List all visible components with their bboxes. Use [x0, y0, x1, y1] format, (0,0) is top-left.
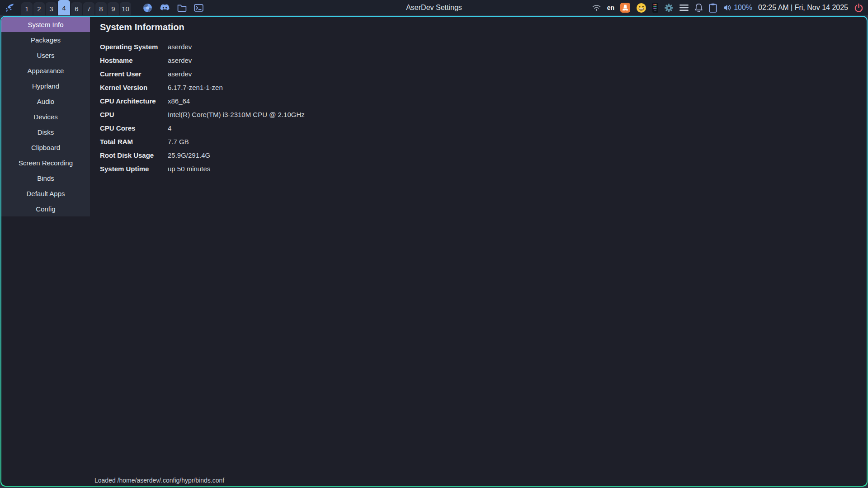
notifications-button[interactable]: [694, 3, 703, 13]
sidebar-item-disks[interactable]: Disks: [1, 124, 90, 140]
page-title: System Information: [100, 22, 305, 33]
info-value: aserdev: [168, 56, 192, 64]
info-value: 7.7 GB: [168, 138, 189, 145]
info-label: Root Disk Usage: [100, 151, 168, 159]
gear-icon: [664, 3, 674, 13]
sidebar-item-devices[interactable]: Devices: [1, 109, 90, 124]
clock[interactable]: 02:25 AM | Fri, Nov 14 2025: [758, 4, 848, 12]
sidebar-item-system-info[interactable]: System Info: [1, 17, 90, 32]
info-value: Intel(R) Core(TM) i3-2310M CPU @ 2.10GHz: [168, 111, 305, 118]
discord-launcher[interactable]: [160, 4, 170, 12]
clipboard-icon: [709, 3, 717, 13]
workspace-1[interactable]: 1: [21, 2, 33, 15]
info-value: aserdev: [168, 43, 192, 51]
sidebar-item-config[interactable]: Config: [1, 201, 90, 216]
file-manager-launcher[interactable]: [177, 4, 187, 12]
info-value: aserdev: [168, 70, 192, 78]
info-value: 25.9G/291.4G: [168, 151, 210, 159]
power-icon: [854, 3, 863, 13]
settings-window: System Info Packages Users Appearance Hy…: [1, 17, 867, 486]
discord-icon: [160, 4, 170, 12]
sidebar-item-default-apps[interactable]: Default Apps: [1, 186, 90, 201]
window-body: System Info Packages Users Appearance Hy…: [1, 17, 867, 486]
system-info-panel: System Information Operating System aser…: [90, 17, 305, 175]
tray-menu[interactable]: [679, 5, 689, 11]
info-row-cpu: CPU Intel(R) Core(TM) i3-2310M CPU @ 2.1…: [100, 108, 305, 121]
info-value: x86_64: [168, 97, 190, 105]
workspace-10[interactable]: 10: [120, 2, 131, 15]
sidebar-item-hyprland[interactable]: Hyprland: [1, 78, 90, 94]
info-row-system-uptime: System Uptime up 50 minutes: [100, 162, 305, 175]
volume-percent: 100%: [734, 4, 752, 12]
volume-indicator[interactable]: 100%: [723, 4, 752, 12]
sidebar-item-packages[interactable]: Packages: [1, 32, 90, 47]
workspace-6[interactable]: 6: [71, 2, 82, 15]
sidebar-item-clipboard[interactable]: Clipboard: [1, 140, 90, 155]
status-bar: Loaded /home/aserdev/.config/hypr/binds.…: [94, 477, 224, 484]
sidebar-item-audio[interactable]: Audio: [1, 94, 90, 109]
vlc-cone-icon: [620, 3, 630, 13]
info-label: CPU Cores: [100, 124, 168, 132]
browser-swirl-icon: [143, 3, 152, 13]
workspace-3[interactable]: 3: [46, 2, 57, 15]
sidebar-item-appearance[interactable]: Appearance: [1, 63, 90, 78]
file-manager-icon: [177, 4, 187, 12]
info-label: Kernel Version: [100, 84, 168, 91]
workspace-4-active[interactable]: 4: [58, 0, 70, 15]
clipboard-button[interactable]: [709, 3, 717, 13]
tray-smiley[interactable]: [636, 3, 646, 13]
power-button[interactable]: [854, 3, 863, 13]
tray-settings[interactable]: [664, 3, 674, 13]
top-bar: 1 2 3 4 6 7 8 9 10: [0, 0, 868, 15]
speaker-icon: [723, 4, 732, 11]
bell-icon: [694, 3, 703, 13]
sidebar-item-users[interactable]: Users: [1, 47, 90, 63]
info-label: Total RAM: [100, 138, 168, 145]
status-tray: en: [592, 3, 863, 13]
info-row-current-user: Current User aserdev: [100, 67, 305, 80]
workspace-8[interactable]: 8: [95, 2, 107, 15]
info-label: Hostname: [100, 56, 168, 64]
info-row-kernel-version: Kernel Version 6.17.7-zen1-1-zen: [100, 80, 305, 94]
tray-color-grid[interactable]: [652, 3, 658, 13]
color-grid-icon: [652, 3, 658, 13]
info-label: Operating System: [100, 43, 168, 51]
info-label: Current User: [100, 70, 168, 78]
terminal-launcher[interactable]: [194, 4, 203, 12]
info-value: up 50 minutes: [168, 165, 210, 173]
browser-launcher[interactable]: [143, 3, 152, 13]
keyboard-layout[interactable]: en: [607, 4, 614, 11]
workspace-2[interactable]: 2: [33, 2, 45, 15]
network-indicator[interactable]: [592, 4, 601, 11]
sidebar: System Info Packages Users Appearance Hy…: [1, 17, 90, 216]
sidebar-item-screen-recording[interactable]: Screen Recording: [1, 155, 90, 170]
info-row-cpu-architecture: CPU Architecture x86_64: [100, 94, 305, 108]
info-row-operating-system: Operating System aserdev: [100, 40, 305, 53]
info-label: System Uptime: [100, 165, 168, 173]
info-label: CPU: [100, 111, 168, 118]
info-label: CPU Architecture: [100, 97, 168, 105]
workspace-7[interactable]: 7: [83, 2, 94, 15]
terminal-icon: [194, 4, 203, 12]
workspace-switcher: 1 2 3 4 6 7 8 9 10: [21, 0, 131, 15]
info-row-total-ram: Total RAM 7.7 GB: [100, 135, 305, 148]
rocket-icon: [5, 3, 15, 13]
wifi-icon: [592, 4, 601, 11]
workspace-9[interactable]: 9: [108, 2, 119, 15]
info-value: 4: [168, 124, 171, 132]
info-row-root-disk-usage: Root Disk Usage 25.9G/291.4G: [100, 148, 305, 162]
info-value: 6.17.7-zen1-1-zen: [168, 84, 223, 91]
tray-vlc[interactable]: [620, 3, 630, 13]
settings-window-border: System Info Packages Users Appearance Hy…: [0, 16, 868, 487]
info-row-cpu-cores: CPU Cores 4: [100, 121, 305, 135]
launcher-button[interactable]: [5, 3, 15, 13]
sidebar-item-binds[interactable]: Binds: [1, 170, 90, 186]
info-row-hostname: Hostname aserdev: [100, 53, 305, 67]
quick-launch: [143, 3, 203, 13]
menu-icon: [679, 5, 689, 11]
smiley-emoji-icon: [636, 3, 646, 13]
